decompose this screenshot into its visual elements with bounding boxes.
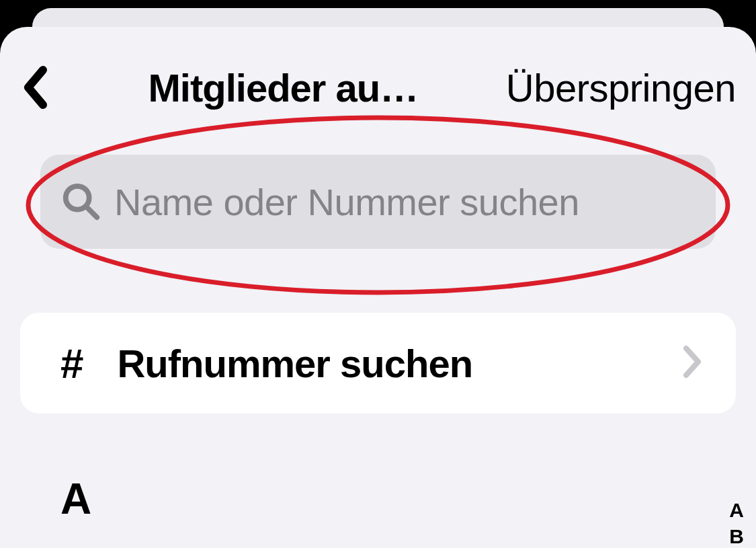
back-button[interactable] [20,67,60,108]
hash-icon: # [60,340,83,387]
search-icon [60,181,102,223]
header: Mitglieder au… Überspringen [0,47,756,128]
skip-button[interactable]: Überspringen [506,65,736,110]
page-title: Mitglieder au… [60,65,506,110]
phone-row-label: Rufnummer suchen [117,341,682,386]
search-input[interactable] [114,180,696,224]
search-container [40,155,716,249]
index-letter[interactable]: B [729,525,744,548]
index-letter[interactable]: A [729,499,744,522]
section-header: A [60,474,756,524]
alphabet-index[interactable]: A B [729,499,744,548]
chevron-right-icon [682,344,702,382]
search-phone-number-row[interactable]: # Rufnummer suchen [20,313,736,414]
modal-sheet: Mitglieder au… Überspringen # Rufnummer … [0,27,756,548]
chevron-left-icon [20,65,50,110]
svg-line-1 [87,207,97,218]
search-bar[interactable] [40,155,716,249]
